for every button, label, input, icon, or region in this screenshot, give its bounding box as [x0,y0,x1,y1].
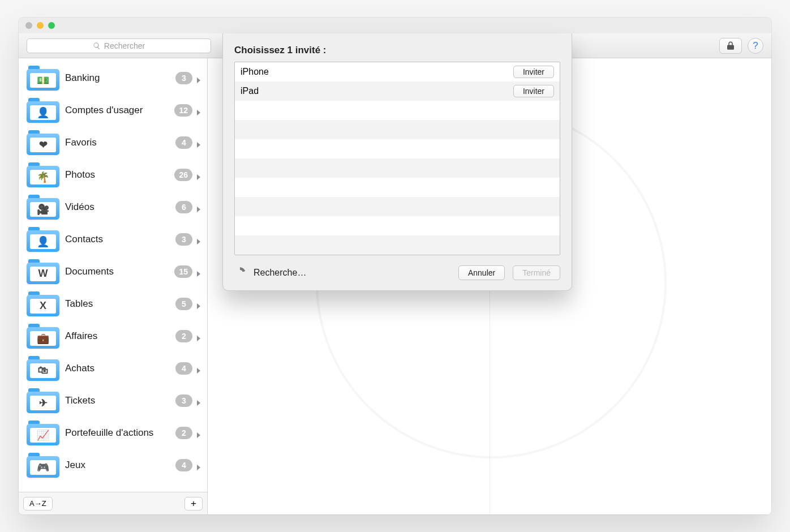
invite-row-empty [235,235,560,255]
folder-icon: 🎥 [27,195,59,220]
chevron-right-icon [196,75,201,81]
dialog-title: Choisissez 1 invité : [234,45,560,56]
sidebar-item-count: 5 [175,298,192,310]
sidebar-item-label: Tickets [65,395,175,406]
sidebar-item-12[interactable]: 🎮Jeux4 [23,449,207,481]
chevron-right-icon [196,333,201,339]
sidebar-item-11[interactable]: 📈Portefeuille d'actions2 [23,417,207,449]
invite-dialog: Choisissez 1 invité : iPhoneInviteriPadI… [222,33,572,291]
folder-icon: ❤ [27,130,59,155]
chevron-right-icon [196,398,201,404]
sidebar-item-count: 4 [175,459,192,471]
folder-icon: 📈 [27,421,59,445]
sidebar-item-count: 26 [174,169,192,181]
folder-icon: 👤 [27,98,59,123]
search-input[interactable]: Rechercher [27,38,211,53]
chevron-right-icon [196,366,201,371]
sidebar-item-label: Tables [65,298,175,310]
sidebar-item-3[interactable]: 🌴Photos26 [23,158,207,191]
search-status: Recherche… [254,268,450,278]
invite-row-name: iPad [241,86,513,96]
window-titlebar[interactable] [19,18,771,33]
sidebar-item-10[interactable]: ✈Tickets3 [23,384,207,417]
sidebar-item-count: 3 [175,72,192,84]
spinner-icon [234,267,246,278]
sidebar-item-2[interactable]: ❤Favoris4 [23,126,207,158]
chevron-right-icon [196,172,201,178]
folder-icon: 🛍 [27,356,59,381]
invite-row-0[interactable]: iPhoneInviter [235,62,560,81]
chevron-right-icon [196,430,201,436]
help-icon: ? [753,40,758,52]
invite-row-empty [235,197,560,216]
sidebar-item-label: Achats [65,363,175,374]
chevron-right-icon [196,269,201,274]
folder-icon: 👤 [27,227,59,252]
sidebar-item-0[interactable]: 💵Banking3 [23,62,207,94]
chevron-right-icon [196,301,201,307]
sidebar-item-label: Favoris [65,137,175,148]
done-button[interactable]: Terminé [513,265,560,280]
chevron-right-icon [196,237,201,242]
sidebar-item-label: Jeux [65,460,175,471]
sidebar-item-count: 2 [175,330,192,342]
chevron-right-icon [196,140,201,145]
lock-icon [725,41,736,51]
sidebar-item-label: Vidéos [65,201,175,213]
sidebar-item-count: 3 [175,394,192,407]
invite-button[interactable]: Inviter [513,66,554,78]
invite-row-empty [235,120,560,139]
folder-icon: W [27,259,59,284]
folder-icon: 🌴 [27,162,59,187]
sidebar-item-count: 15 [174,265,192,278]
chevron-right-icon [196,204,201,210]
search-icon [93,42,101,50]
sidebar-item-label: Contacts [65,234,175,245]
sidebar-item-9[interactable]: 🛍Achats4 [23,352,207,384]
sidebar-item-label: Comptes d'usager [65,105,174,116]
invite-list: iPhoneInviteriPadInviter [234,62,560,255]
add-button[interactable]: + [184,497,203,510]
search-placeholder: Rechercher [104,41,145,50]
invite-row-empty [235,158,560,178]
sidebar-item-1[interactable]: 👤Comptes d'usager12 [23,94,207,126]
chevron-right-icon [196,462,201,468]
window-minimize-button[interactable] [37,22,44,29]
window-maximize-button[interactable] [48,22,55,29]
sidebar-item-count: 4 [175,136,192,149]
sidebar-item-count: 2 [175,427,192,439]
invite-row-empty [235,101,560,120]
sort-button[interactable]: A→Z [23,497,53,510]
lock-button[interactable] [719,38,742,54]
sidebar-item-count: 3 [175,233,192,246]
folder-icon: 💵 [27,66,59,91]
sidebar-item-5[interactable]: 👤Contacts3 [23,223,207,255]
sidebar: 💵Banking3👤Comptes d'usager12❤Favoris4🌴Ph… [19,58,208,514]
invite-row-name: iPhone [241,67,513,77]
folder-icon: 🎮 [27,453,59,478]
sidebar-footer: A→Z + [19,492,207,514]
sidebar-item-count: 4 [175,362,192,375]
invite-row-empty [235,216,560,235]
invite-row-empty [235,178,560,197]
cancel-button[interactable]: Annuler [458,265,505,280]
sidebar-item-count: 12 [174,104,192,117]
sidebar-item-6[interactable]: WDocuments15 [23,255,207,288]
sidebar-item-label: Banking [65,72,175,84]
sidebar-item-7[interactable]: XTables5 [23,288,207,320]
sidebar-item-label: Documents [65,266,174,277]
invite-row-empty [235,139,560,158]
sidebar-item-label: Affaires [65,331,175,342]
sidebar-item-label: Portefeuille d'actions [65,427,175,439]
folder-icon: 💼 [27,324,59,349]
invite-row-1[interactable]: iPadInviter [235,81,560,101]
sidebar-item-8[interactable]: 💼Affaires2 [23,320,207,352]
sidebar-item-label: Photos [65,169,174,181]
help-button[interactable]: ? [748,38,763,54]
window-close-button[interactable] [25,22,32,29]
sidebar-item-4[interactable]: 🎥Vidéos6 [23,191,207,223]
invite-button[interactable]: Inviter [513,85,554,97]
folder-icon: X [27,291,59,316]
folder-icon: ✈ [27,388,59,413]
main-window: Rechercher ? 💵Banking3👤Comptes d'usager1… [19,18,771,514]
